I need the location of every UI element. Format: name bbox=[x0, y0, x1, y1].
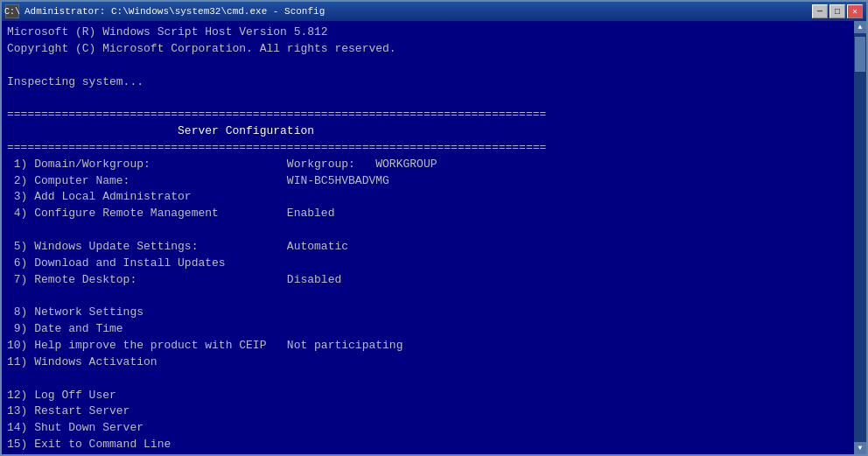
line-ms: Microsoft (R) Windows Script Host Versio… bbox=[7, 25, 328, 39]
title-bar-left: C:\ Administrator: C:\Windows\system32\c… bbox=[5, 4, 325, 18]
menu-13: 13) Restart Server bbox=[7, 404, 130, 417]
minimize-button[interactable]: ─ bbox=[812, 4, 828, 18]
close-button[interactable]: ✕ bbox=[847, 4, 863, 18]
server-config-header: Server Configuration bbox=[7, 124, 314, 137]
window-title: Administrator: C:\Windows\system32\cmd.e… bbox=[24, 6, 325, 17]
terminal-area[interactable]: Microsoft (R) Windows Script Host Versio… bbox=[2, 21, 866, 454]
scrollbar[interactable]: ▲ ▼ bbox=[854, 21, 866, 454]
cmd-window: C:\ Administrator: C:\Windows\system32\c… bbox=[0, 0, 868, 456]
line-copyright: Copyright (C) Microsoft Corporation. All… bbox=[7, 42, 396, 55]
menu-14: 14) Shut Down Server bbox=[7, 421, 144, 434]
menu-2: 2) Computer Name: WIN-BC5HVBADVMG bbox=[7, 174, 389, 187]
title-buttons: ─ □ ✕ bbox=[812, 4, 863, 18]
cmd-icon: C:\ bbox=[5, 4, 19, 18]
menu-10: 10) Help improve the product with CEIP N… bbox=[7, 339, 402, 352]
separator-bottom: ========================================… bbox=[7, 141, 546, 154]
menu-12: 12) Log Off User bbox=[7, 389, 116, 402]
menu-1: 1) Domain/Workgroup: Workgroup: WORKGROU… bbox=[7, 158, 437, 171]
scroll-thumb[interactable] bbox=[855, 37, 865, 72]
line-inspecting: Inspecting system... bbox=[7, 75, 144, 88]
terminal-content: Microsoft (R) Windows Script Host Versio… bbox=[7, 25, 861, 454]
menu-3: 3) Add Local Administrator bbox=[7, 190, 192, 203]
menu-5: 5) Windows Update Settings: Automatic bbox=[7, 240, 348, 253]
menu-8: 8) Network Settings bbox=[7, 305, 144, 319]
scroll-track[interactable] bbox=[854, 33, 866, 442]
menu-4: 4) Configure Remote Management Enabled bbox=[7, 207, 334, 220]
maximize-button[interactable]: □ bbox=[830, 4, 845, 18]
menu-15: 15) Exit to Command Line bbox=[7, 438, 171, 451]
menu-7: 7) Remote Desktop: Disabled bbox=[7, 273, 341, 286]
scroll-up-arrow[interactable]: ▲ bbox=[854, 21, 866, 33]
scroll-down-arrow[interactable]: ▼ bbox=[854, 442, 866, 454]
menu-11: 11) Windows Activation bbox=[7, 355, 158, 368]
menu-6: 6) Download and Install Updates bbox=[7, 256, 226, 270]
separator-top: ========================================… bbox=[7, 108, 546, 121]
menu-9: 9) Date and Time bbox=[7, 322, 123, 335]
title-bar: C:\ Administrator: C:\Windows\system32\c… bbox=[2, 2, 866, 21]
